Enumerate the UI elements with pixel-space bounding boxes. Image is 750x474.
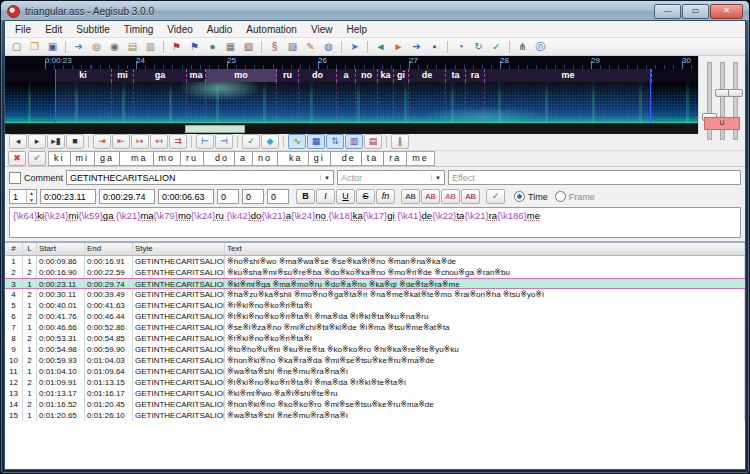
strip-syllable-mo[interactable]: mo: [206, 69, 277, 82]
vertical-link-button[interactable]: ∪: [704, 117, 740, 130]
karaoke-cell-ga[interactable]: ga: [95, 152, 120, 165]
spell-check-icon[interactable]: ✓: [488, 39, 505, 54]
menu-file[interactable]: File: [9, 23, 37, 36]
bold-button[interactable]: B: [296, 189, 315, 204]
karaoke-cell-ra[interactable]: ra: [384, 152, 407, 165]
grid-row[interactable]: 710:00:46.660:00:52.86GETINTHECARITSALIO…: [5, 322, 745, 333]
audio-time-ruler[interactable]: 0:00:2324252627282930: [5, 56, 698, 69]
grid-row[interactable]: 1420:01:16.520:01:20.45GETINTHECARITSALI…: [5, 399, 745, 410]
automation-icon[interactable]: ➤: [346, 39, 363, 54]
grid-row[interactable]: 820:00:53.310:00:54.85GETINTHECARITSALIO…: [5, 333, 745, 344]
grid-row[interactable]: 1510:01:20.650:01:26.10GETINTHECARITSALI…: [5, 410, 745, 421]
attachments-icon[interactable]: ▧: [240, 39, 257, 54]
play-500ms-after-button[interactable]: ⇤: [112, 134, 130, 149]
jump-to-icon[interactable]: ➜: [70, 39, 87, 54]
close-button[interactable]: ✕: [710, 4, 743, 19]
font-button[interactable]: fn: [376, 189, 395, 204]
video-details-icon[interactable]: ▤: [124, 39, 141, 54]
strip-syllable-me[interactable]: me: [485, 69, 652, 82]
karaoke-cell-me[interactable]: me: [407, 152, 434, 165]
styling-assistant-icon[interactable]: ⚑: [186, 39, 203, 54]
actor-dropdown[interactable]: Actor ▼: [337, 170, 445, 185]
karaoke-cell-ma[interactable]: ma: [120, 152, 154, 165]
commit-button[interactable]: ✓: [242, 134, 260, 149]
primary-color-button[interactable]: AB: [401, 189, 420, 204]
audio-scrollbar[interactable]: [5, 123, 698, 134]
grid-row[interactable]: 110:00:09.860:00:16.91GETINTHECARITSALIO…: [5, 256, 745, 267]
translation-assistant-icon[interactable]: ●: [204, 39, 221, 54]
karaoke-cell-a[interactable]: a: [235, 152, 253, 165]
selection-end-marker[interactable]: [650, 69, 651, 123]
frame-radio[interactable]: [555, 191, 566, 202]
karaoke-cell-mi[interactable]: mi: [71, 152, 96, 165]
timing-postprocessor-icon[interactable]: ◍: [320, 39, 337, 54]
new-file-icon[interactable]: ▢: [8, 39, 25, 54]
karaoke-cell-no[interactable]: no: [253, 152, 278, 165]
menu-edit[interactable]: Edit: [39, 23, 68, 36]
vertical-zoom-link-toggle[interactable]: ▤: [364, 134, 382, 149]
fonts-collector-icon[interactable]: §: [266, 39, 283, 54]
play-500ms-before-button[interactable]: ⇥: [93, 134, 111, 149]
spectrum-analyzer-toggle[interactable]: ▥: [345, 134, 363, 149]
audio-details-icon[interactable]: ▥: [142, 39, 159, 54]
style-dropdown[interactable]: GETINTHECARITSALION ▼: [66, 170, 334, 185]
italic-button[interactable]: I: [316, 189, 335, 204]
kanji-timer-icon[interactable]: ⋔: [514, 39, 531, 54]
audio-scrollbar-thumb[interactable]: [185, 125, 245, 133]
play-line-button[interactable]: ▸▮: [47, 134, 65, 149]
secondary-color-button[interactable]: AB: [421, 189, 440, 204]
strip-syllable-ki[interactable]: ki: [55, 69, 112, 82]
strip-syllable-ka[interactable]: ka: [378, 69, 394, 82]
strip-syllable-do[interactable]: do: [299, 69, 337, 82]
margin-vertical-field[interactable]: 0: [267, 189, 289, 204]
karaoke-cell-ta[interactable]: ta: [362, 152, 385, 165]
menu-audio[interactable]: Audio: [201, 23, 239, 36]
strip-syllable-no[interactable]: no: [356, 69, 378, 82]
strip-syllable-ma[interactable]: ma: [187, 69, 206, 82]
karaoke-accept-button[interactable]: ✔: [28, 151, 46, 166]
strip-syllable-ta[interactable]: ta: [446, 69, 466, 82]
grid-row[interactable]: 620:00:41.760:00:46.44GETINTHECARITSALIO…: [5, 311, 745, 322]
menu-subtitle[interactable]: Subtitle: [70, 23, 115, 36]
title-bar[interactable]: triangular.ass - Aegisub 3.0.0 —▭✕: [1, 1, 749, 21]
karaoke-syllable-strip[interactable]: kimigamamorudoanokagidetarame: [5, 69, 698, 82]
menu-help[interactable]: Help: [340, 23, 373, 36]
duration-field[interactable]: 0:00:06.63: [158, 189, 214, 204]
time-radio[interactable]: [514, 191, 525, 202]
strikeout-button[interactable]: S: [356, 189, 375, 204]
search-replace-icon[interactable]: ◉: [106, 39, 123, 54]
menu-timing[interactable]: Timing: [118, 23, 160, 36]
strip-syllable-a[interactable]: a: [337, 69, 356, 82]
play-previous-button[interactable]: ◂: [9, 134, 27, 149]
layer-stepper[interactable]: 1 ▲▼: [9, 189, 37, 204]
end-time-field[interactable]: 0:00:29.74: [99, 189, 155, 204]
karaoke-cell-gi[interactable]: gi: [309, 152, 331, 165]
audio-spectrogram[interactable]: [5, 82, 698, 123]
styles-manager-icon[interactable]: ✎: [302, 39, 319, 54]
karaoke-cell-do[interactable]: do: [204, 152, 235, 165]
shift-times-icon[interactable]: ⚑: [168, 39, 185, 54]
comment-checkbox[interactable]: [9, 172, 21, 184]
shadow-color-button[interactable]: AB: [461, 189, 480, 204]
lead-in-button[interactable]: ⊢: [196, 134, 214, 149]
audio-display[interactable]: 0:00:2324252627282930 kimigamamorudoanok…: [5, 56, 698, 133]
strip-syllable-ga[interactable]: ga: [134, 69, 187, 82]
strip-syllable-de[interactable]: de: [409, 69, 446, 82]
shift-clock-icon[interactable]: ◔: [452, 39, 469, 54]
minimize-button[interactable]: —: [654, 4, 681, 19]
auto-next-toggle[interactable]: ▦: [307, 134, 325, 149]
volume-slider-thumb[interactable]: [728, 89, 743, 97]
play-before-icon[interactable]: ◄: [372, 39, 389, 54]
maximize-button[interactable]: ▭: [682, 4, 709, 19]
margin-right-field[interactable]: 0: [242, 189, 264, 204]
grid-row[interactable]: 510:00:40.010:00:41.63GETINTHECARITSALIO…: [5, 300, 745, 311]
auto-commit-toggle[interactable]: ∿: [288, 134, 306, 149]
grid-row[interactable]: 220:00:16.900:00:22.59GETINTHECARITSALIO…: [5, 267, 745, 278]
karaoke-cell-ka[interactable]: ka: [278, 152, 309, 165]
lead-out-button[interactable]: ⊣: [215, 134, 233, 149]
automation-macro-icon[interactable]: ⓝ: [532, 39, 549, 54]
open-file-icon[interactable]: ❐: [26, 39, 43, 54]
play-icon[interactable]: ►: [390, 39, 407, 54]
grid-row[interactable]: 1220:01:09.910:01:13.15GETINTHECARITSALI…: [5, 377, 745, 388]
save-file-icon[interactable]: ▣: [44, 39, 61, 54]
